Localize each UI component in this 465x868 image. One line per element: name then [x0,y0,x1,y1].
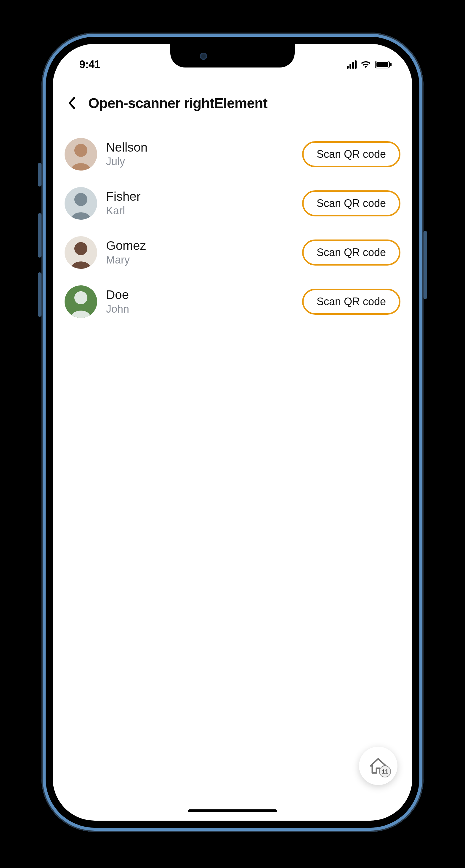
name-block: GomezMary [106,239,293,266]
avatar [64,187,97,220]
people-list: NellsonJulyScan QR codeFisherKarlScan QR… [53,130,412,326]
list-item: GomezMaryScan QR code [64,228,401,277]
avatar [64,138,97,170]
phone-bezel: 9:41 [46,37,419,828]
svg-point-3 [74,193,87,206]
notch [170,44,295,67]
home-indicator [188,809,277,812]
status-indicators [347,60,391,69]
status-time: 9:41 [79,58,100,71]
list-item: NellsonJulyScan QR code [64,130,401,179]
page-title: Open-scanner rightElement [88,95,267,111]
name-block: FisherKarl [106,190,293,217]
firstname: July [106,155,293,168]
avatar [64,285,97,318]
back-button[interactable] [64,96,79,111]
surname: Gomez [106,239,293,252]
surname: Fisher [106,190,293,204]
phone-volume-down [38,272,41,317]
header: Open-scanner rightElement [53,88,412,118]
firstname: Mary [106,253,293,266]
cellular-signal-icon [347,60,357,69]
name-block: NellsonJuly [106,141,293,167]
phone-silence-switch [38,163,41,187]
phone-frame: 9:41 [41,33,424,832]
surname: Nellson [106,141,293,154]
scan-qr-button[interactable]: Scan QR code [302,289,401,315]
scan-qr-button[interactable]: Scan QR code [302,141,401,167]
front-camera [200,53,207,60]
home-badge-count: 11 [379,766,391,777]
avatar [64,236,97,269]
list-item: FisherKarlScan QR code [64,179,401,228]
scan-qr-button[interactable]: Scan QR code [302,190,401,216]
name-block: DoeJohn [106,288,293,315]
home-fab[interactable]: 11 [359,747,398,785]
firstname: John [106,303,293,315]
phone-power-button [424,231,427,299]
list-item: DoeJohnScan QR code [64,277,401,326]
chevron-left-icon [68,96,76,110]
battery-icon [375,61,391,68]
firstname: Karl [106,204,293,217]
svg-point-7 [74,291,87,304]
surname: Doe [106,288,293,302]
scan-qr-button[interactable]: Scan QR code [302,240,401,266]
phone-volume-up [38,213,41,257]
wifi-icon [361,61,371,68]
svg-point-1 [74,144,87,157]
screen: 9:41 [53,44,412,820]
svg-point-5 [74,242,87,255]
